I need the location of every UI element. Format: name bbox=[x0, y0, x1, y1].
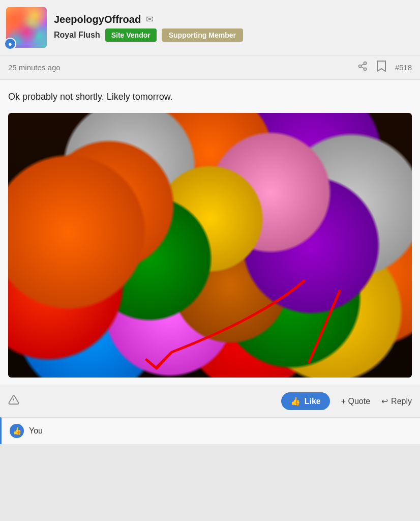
svg-point-0 bbox=[364, 62, 366, 65]
reply-icon: ↩ bbox=[381, 396, 388, 406]
badges-row: Royal Flush Site Vendor Supporting Membe… bbox=[54, 28, 412, 42]
post-image-container bbox=[8, 113, 412, 378]
username-row: JeepologyOffroad ✉ bbox=[54, 14, 412, 25]
svg-line-3 bbox=[361, 67, 364, 68]
avatar-container: ● bbox=[6, 7, 47, 48]
post-card: ● JeepologyOffroad ✉ Royal Flush Site Ve… bbox=[0, 0, 420, 444]
reactions-row: 👍 You bbox=[0, 417, 420, 444]
like-icon: 👍 bbox=[290, 396, 301, 406]
quote-button[interactable]: + Quote bbox=[341, 397, 370, 406]
rank-label: Royal Flush bbox=[54, 31, 100, 40]
reply-label: Reply bbox=[391, 397, 412, 406]
post-body: Ok probably not shortly. Likely tomorrow… bbox=[0, 80, 420, 385]
post-number: #518 bbox=[395, 63, 412, 72]
post-time: 25 minutes ago bbox=[8, 63, 357, 72]
reaction-like-icon: 👍 bbox=[10, 424, 24, 438]
thumbs-up-icon: 👍 bbox=[13, 427, 21, 435]
reply-button[interactable]: ↩ Reply bbox=[381, 396, 412, 406]
svg-point-1 bbox=[358, 65, 361, 68]
svg-line-4 bbox=[361, 64, 364, 65]
svg-point-2 bbox=[364, 68, 366, 70]
username[interactable]: JeepologyOffroad bbox=[54, 14, 141, 25]
like-button[interactable]: 👍 Like bbox=[281, 392, 330, 410]
user-info: JeepologyOffroad ✉ Royal Flush Site Vend… bbox=[54, 14, 412, 42]
share-icon[interactable] bbox=[357, 61, 368, 74]
reaction-text: You bbox=[29, 426, 43, 436]
warning-icon[interactable] bbox=[8, 394, 19, 408]
site-vendor-badge: Site Vendor bbox=[105, 28, 157, 42]
post-text: Ok probably not shortly. Likely tomorrow… bbox=[8, 90, 412, 104]
avatar-badge: ● bbox=[4, 38, 16, 50]
bookmark-icon[interactable] bbox=[377, 61, 386, 74]
like-label: Like bbox=[305, 397, 321, 406]
meta-actions: #518 bbox=[357, 61, 412, 74]
chips-image bbox=[8, 113, 412, 378]
supporting-member-badge: Supporting Member bbox=[162, 28, 243, 42]
post-header: ● JeepologyOffroad ✉ Royal Flush Site Ve… bbox=[0, 0, 420, 55]
mail-icon[interactable]: ✉ bbox=[146, 14, 154, 25]
action-buttons: 👍 Like + Quote ↩ Reply bbox=[281, 392, 412, 410]
post-actions: 👍 Like + Quote ↩ Reply bbox=[0, 385, 420, 417]
post-meta: 25 minutes ago #518 bbox=[0, 55, 420, 80]
online-icon: ● bbox=[8, 40, 12, 48]
